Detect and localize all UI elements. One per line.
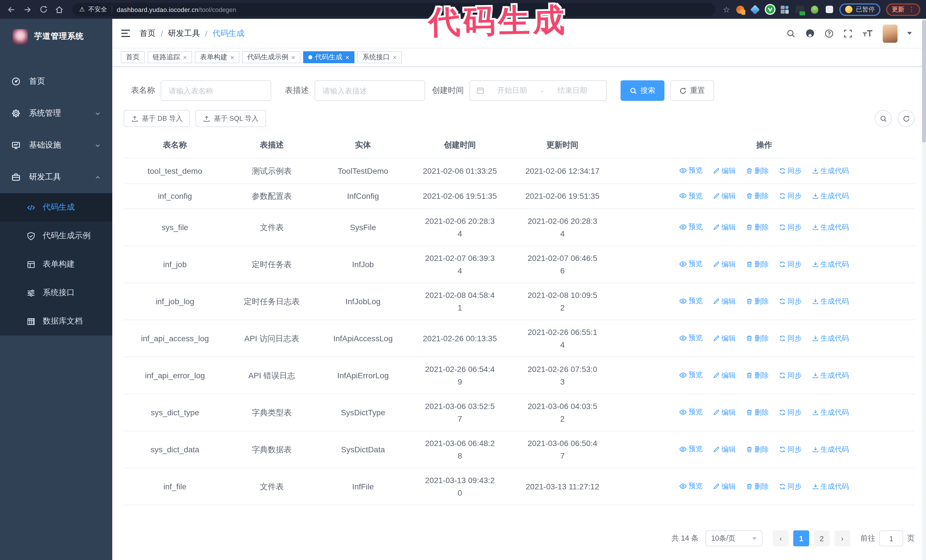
- preview-link[interactable]: 预览: [679, 189, 703, 202]
- view-tab[interactable]: 首页: [121, 51, 145, 63]
- avatar-caret-icon[interactable]: [907, 32, 912, 35]
- next-page-button[interactable]: ›: [834, 530, 850, 546]
- sync-link[interactable]: 同步: [779, 443, 802, 456]
- reload-icon[interactable]: [38, 4, 49, 15]
- preview-link[interactable]: 预览: [679, 258, 703, 270]
- table-name-input[interactable]: [161, 80, 271, 101]
- sidebar-item-codegen[interactable]: 代码生成: [0, 193, 112, 222]
- sidebar-item-db-doc[interactable]: 数据库文档: [0, 307, 112, 335]
- page-size-select[interactable]: 10条/页: [705, 530, 763, 546]
- edit-link[interactable]: 编辑: [713, 480, 736, 493]
- import-db-button[interactable]: 基于 DB 导入: [124, 110, 190, 127]
- help-icon[interactable]: [825, 29, 834, 38]
- fullscreen-icon[interactable]: [843, 29, 852, 38]
- delete-link[interactable]: 删除: [746, 480, 769, 493]
- home-icon[interactable]: [54, 4, 65, 15]
- user-avatar[interactable]: [883, 24, 897, 42]
- edit-link[interactable]: 编辑: [713, 165, 736, 177]
- page-button-2[interactable]: 2: [814, 530, 830, 546]
- close-icon[interactable]: ×: [393, 54, 396, 61]
- sidebar-item-form-builder[interactable]: 表单构建: [0, 250, 112, 279]
- preview-link[interactable]: 预览: [679, 443, 703, 456]
- edit-link[interactable]: 编辑: [713, 258, 736, 270]
- generate-code-link[interactable]: 生成代码: [812, 443, 849, 456]
- sync-link[interactable]: 同步: [779, 480, 802, 493]
- delete-link[interactable]: 删除: [746, 221, 769, 234]
- delete-link[interactable]: 删除: [746, 406, 769, 419]
- hamburger-icon[interactable]: [121, 29, 130, 38]
- sidebar-item-codegen-example[interactable]: 代码生成示例: [0, 222, 112, 250]
- scrollbar[interactable]: [922, 19, 926, 560]
- close-icon[interactable]: ×: [230, 54, 234, 61]
- prev-page-button[interactable]: ‹: [773, 530, 789, 546]
- gem-extension-icon[interactable]: [750, 5, 760, 14]
- reset-button[interactable]: 重置: [670, 80, 714, 101]
- generate-code-link[interactable]: 生成代码: [812, 258, 849, 270]
- puzzle-extension-icon[interactable]: [825, 5, 834, 14]
- generate-code-link[interactable]: 生成代码: [812, 332, 849, 345]
- security-status[interactable]: ⚠ 不安全: [79, 5, 107, 14]
- generate-code-link[interactable]: 生成代码: [812, 165, 849, 177]
- grid-extension-icon[interactable]: [780, 5, 789, 14]
- sync-link[interactable]: 同步: [779, 406, 802, 419]
- generate-code-link[interactable]: 生成代码: [812, 295, 849, 308]
- table-desc-input[interactable]: [315, 80, 425, 101]
- check-extension-icon[interactable]: [765, 5, 775, 14]
- sync-link[interactable]: 同步: [779, 332, 802, 345]
- browser-menu-icon[interactable]: ⋮: [908, 6, 915, 13]
- edit-link[interactable]: 编辑: [713, 332, 736, 345]
- delete-link[interactable]: 删除: [746, 369, 769, 382]
- scrollbar-thumb[interactable]: [922, 20, 926, 142]
- toggle-search-button[interactable]: [875, 110, 892, 127]
- sync-link[interactable]: 同步: [779, 369, 802, 382]
- search-icon[interactable]: [787, 29, 796, 38]
- address-bar[interactable]: ⚠ 不安全 dashboard.yudao.iocoder.cn/tool/co…: [73, 3, 716, 16]
- forward-icon[interactable]: [22, 4, 33, 15]
- generate-code-link[interactable]: 生成代码: [812, 221, 849, 234]
- sync-link[interactable]: 同步: [779, 221, 802, 234]
- edit-link[interactable]: 编辑: [713, 295, 736, 308]
- orange-extension-icon[interactable]: [736, 5, 745, 14]
- search-button[interactable]: 搜索: [620, 80, 664, 101]
- generate-code-link[interactable]: 生成代码: [812, 406, 849, 419]
- app-logo-row[interactable]: 芋道管理系统: [0, 19, 112, 54]
- view-tab[interactable]: 代码生成 ×: [303, 51, 354, 63]
- delete-link[interactable]: 删除: [746, 332, 769, 345]
- font-size-icon[interactable]: [862, 29, 873, 38]
- delete-link[interactable]: 删除: [746, 165, 769, 177]
- view-tab[interactable]: 链路追踪 ×: [148, 51, 192, 63]
- preview-link[interactable]: 预览: [679, 295, 703, 307]
- sidebar-item-system-api[interactable]: 系统接口: [0, 279, 112, 307]
- edit-link[interactable]: 编辑: [713, 190, 736, 202]
- page-button-1[interactable]: 1: [793, 530, 809, 546]
- generate-code-link[interactable]: 生成代码: [812, 369, 849, 382]
- preview-link[interactable]: 预览: [679, 369, 703, 381]
- bookmark-star-icon[interactable]: ☆: [723, 5, 730, 14]
- preview-link[interactable]: 预览: [679, 480, 703, 492]
- sidebar-item-home[interactable]: 首页: [0, 65, 112, 97]
- sync-link[interactable]: 同步: [779, 295, 802, 308]
- breadcrumb-home[interactable]: 首页: [139, 28, 156, 38]
- on-badge-extension-icon[interactable]: [795, 5, 804, 14]
- goto-page-input[interactable]: [879, 530, 903, 546]
- edit-link[interactable]: 编辑: [713, 369, 736, 382]
- view-tab[interactable]: 表单构建 ×: [195, 51, 239, 63]
- preview-link[interactable]: 预览: [679, 221, 703, 233]
- close-icon[interactable]: ×: [183, 54, 187, 61]
- delete-link[interactable]: 删除: [746, 295, 769, 308]
- delete-link[interactable]: 删除: [746, 258, 769, 270]
- generate-code-link[interactable]: 生成代码: [812, 190, 849, 202]
- github-icon[interactable]: [805, 29, 815, 38]
- date-range-picker[interactable]: 开始日期 - 结束日期: [469, 80, 607, 101]
- breadcrumb-devtools[interactable]: 研发工具: [168, 28, 200, 38]
- preview-link[interactable]: 预览: [679, 406, 703, 418]
- delete-link[interactable]: 删除: [746, 190, 769, 202]
- paused-extension-badge[interactable]: 已暂停: [840, 3, 881, 16]
- preview-link[interactable]: 预览: [679, 332, 703, 344]
- edit-link[interactable]: 编辑: [713, 221, 736, 234]
- back-icon[interactable]: [6, 4, 17, 15]
- view-tab[interactable]: 系统接口 ×: [357, 51, 402, 63]
- edit-link[interactable]: 编辑: [713, 406, 736, 419]
- generate-code-link[interactable]: 生成代码: [812, 480, 849, 493]
- close-icon[interactable]: ×: [345, 54, 349, 61]
